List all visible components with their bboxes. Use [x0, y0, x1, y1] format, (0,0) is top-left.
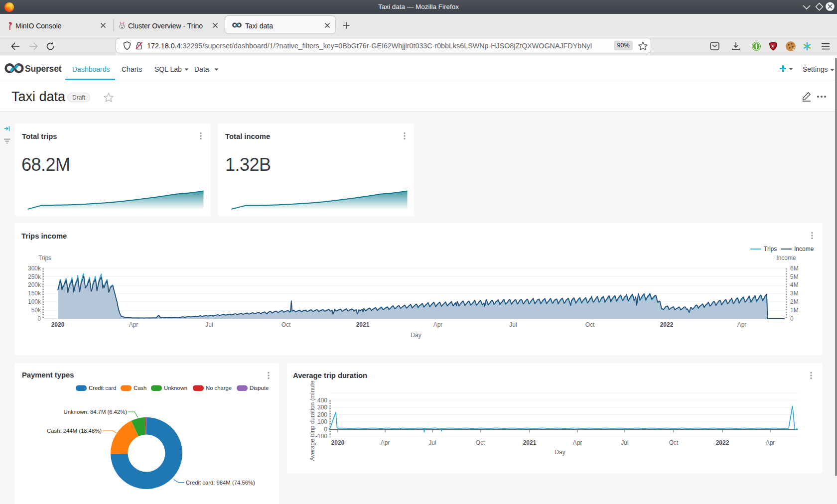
svg-text:2020: 2020: [331, 439, 345, 446]
svg-text:Oct: Oct: [669, 439, 679, 446]
svg-text:Apr: Apr: [766, 439, 775, 446]
svg-text:Apr: Apr: [381, 439, 390, 446]
svg-text:0: 0: [324, 426, 327, 433]
svg-text:200: 200: [317, 411, 327, 418]
svg-text:Apr: Apr: [573, 439, 582, 446]
svg-text:Jul: Jul: [621, 439, 628, 446]
svg-text:Day: Day: [555, 449, 565, 456]
svg-text:2022: 2022: [716, 439, 729, 446]
svg-text:400: 400: [317, 397, 327, 404]
svg-text:Jul: Jul: [428, 439, 436, 446]
svg-text:Average trinp duration (minute: Average trinp duration (minute: [309, 380, 316, 461]
svg-text:2021: 2021: [523, 439, 537, 446]
svg-text:-100: -100: [315, 433, 327, 440]
svg-text:300: 300: [317, 404, 327, 411]
svg-text:Oct: Oct: [476, 439, 485, 446]
svg-text:100: 100: [317, 418, 327, 425]
